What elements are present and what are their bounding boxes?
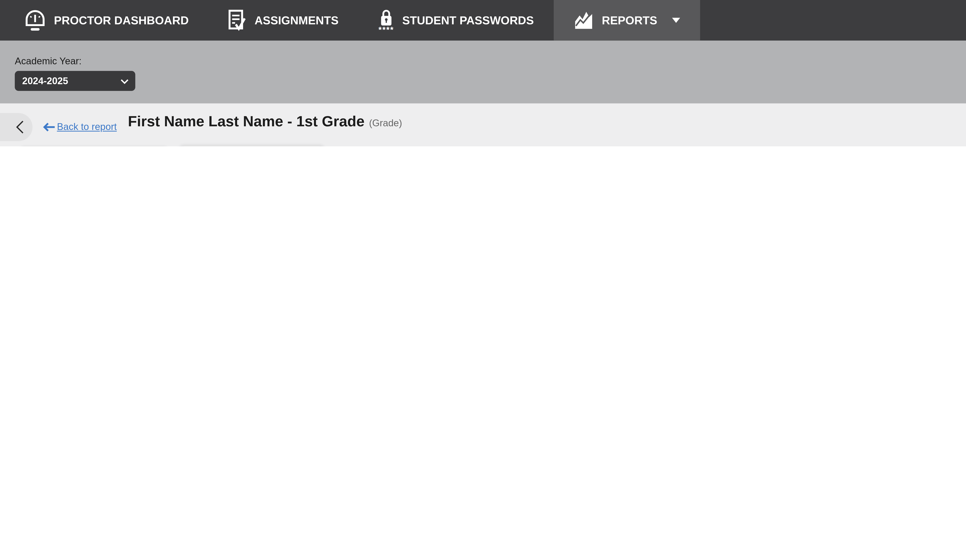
back-link-label: Back to report <box>57 121 117 132</box>
area-chart-icon <box>574 10 594 30</box>
student-name-grade: First Name Last Name - 1st Grade <box>128 113 365 129</box>
chevron-down-icon <box>672 18 680 23</box>
chevron-left-icon <box>16 121 23 134</box>
screen: PROCTOR DASHBOARD ASSIGNMENTS <box>0 0 966 146</box>
nav-item-assignments[interactable]: ASSIGNMENTS <box>209 0 358 41</box>
top-nav: PROCTOR DASHBOARD ASSIGNMENTS <box>0 0 966 41</box>
academic-year-value: 2024-2025 <box>22 75 68 86</box>
gauge-icon <box>25 9 46 32</box>
prev-page-button[interactable] <box>0 113 33 141</box>
academic-year-select[interactable]: 2024-2025 <box>15 71 135 91</box>
arrow-left-icon <box>42 122 56 131</box>
lock-icon: **** <box>378 8 394 33</box>
back-to-report-link[interactable]: Back to report <box>42 121 117 132</box>
nav-item-proctor-dashboard[interactable]: PROCTOR DASHBOARD <box>0 0 209 41</box>
nav-item-student-passwords[interactable]: **** STUDENT PASSWORDS <box>358 0 554 41</box>
toolbar: Academic Year: 2024-2025 Print <box>0 41 966 103</box>
checklist-icon <box>228 10 246 31</box>
academic-year-label: Academic Year: <box>15 56 82 66</box>
password-stars: **** <box>378 27 394 33</box>
nav-label: ASSIGNMENTS <box>255 14 338 27</box>
title-suffix: (Grade) <box>369 118 402 128</box>
nav-label: PROCTOR DASHBOARD <box>54 14 189 27</box>
nav-label: STUDENT PASSWORDS <box>402 14 534 27</box>
report-header: Back to report First Name Last Name - 1s… <box>0 103 966 146</box>
nav-label: REPORTS <box>602 14 657 27</box>
nav-item-reports[interactable]: REPORTS <box>554 0 700 41</box>
page-title: First Name Last Name - 1st Grade(Grade) <box>128 113 402 130</box>
chevron-down-icon <box>120 79 129 84</box>
